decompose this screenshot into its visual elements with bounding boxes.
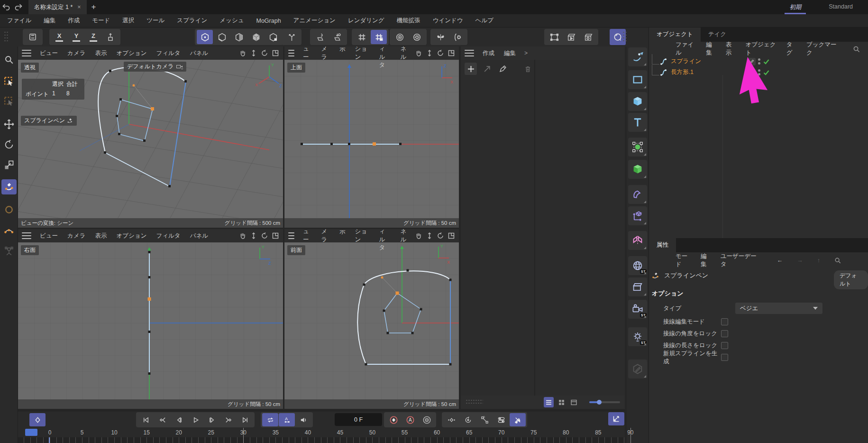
main-menu-item[interactable]: 機能拡張: [391, 17, 427, 25]
hamburger-icon[interactable]: [653, 257, 662, 264]
filter-menu-icon[interactable]: [850, 258, 860, 263]
light-object-icon[interactable]: ST: [628, 327, 647, 346]
spline-pen-tool[interactable]: [1, 179, 17, 194]
previous-frame-button[interactable]: [171, 413, 187, 426]
attribute-menu-item[interactable]: ユーザーデータ: [716, 252, 762, 268]
slider-thumb[interactable]: [597, 400, 602, 405]
new-tab-button[interactable]: +: [87, 0, 101, 14]
icon-size-slider[interactable]: [589, 401, 620, 403]
dolly-icon[interactable]: [426, 232, 433, 240]
hamburger-icon[interactable]: [465, 50, 474, 56]
viewport-front[interactable]: ビューカメラ表示オプションフィルタパネル: [284, 229, 459, 409]
timeline-playhead[interactable]: [25, 429, 37, 436]
paren-gear-icon[interactable]: [449, 30, 466, 44]
grid-view-icon[interactable]: [557, 397, 566, 407]
symmetry-object-icon[interactable]: [628, 231, 647, 250]
texture-mode-button[interactable]: [265, 30, 281, 44]
coordinate-system-icon[interactable]: [102, 30, 119, 44]
layout-tab-initial[interactable]: 初期: [786, 1, 804, 13]
selection-tool-dimmed[interactable]: [1, 94, 17, 109]
preview-range-marker[interactable]: [243, 428, 244, 443]
toggle-view-icon[interactable]: [448, 49, 455, 57]
camera-object-icon[interactable]: ST: [628, 300, 647, 319]
text-object-icon[interactable]: [628, 113, 647, 132]
hamburger-icon[interactable]: [288, 50, 294, 56]
option-checkbox[interactable]: [721, 318, 728, 325]
default-preset-button[interactable]: デフォルト: [834, 270, 868, 289]
viewport-menu-item[interactable]: カメラ: [63, 232, 90, 240]
object-manager-menu-item[interactable]: ファイル: [671, 41, 701, 57]
object-manager-menu-item[interactable]: 表示: [721, 41, 741, 57]
viewport-menu-item[interactable]: 表示: [90, 49, 111, 57]
hamburger-icon[interactable]: [653, 46, 662, 52]
menu-overflow-chevron[interactable]: >: [521, 50, 530, 56]
enabled-check-icon[interactable]: [763, 58, 770, 65]
spline-arc-tool[interactable]: [1, 223, 17, 238]
viewport-menu-item[interactable]: オプション: [350, 46, 375, 69]
toolbar-grip-right[interactable]: [622, 31, 627, 43]
viewport-menu-item[interactable]: オプション: [111, 232, 151, 240]
primitive-cube-icon[interactable]: [628, 92, 647, 111]
object-manager-menu-item[interactable]: ブックマーク: [802, 41, 842, 57]
viewport-menu-item[interactable]: フィルタ: [375, 229, 396, 252]
undo-icon[interactable]: [0, 1, 12, 13]
type-dropdown[interactable]: ベジエ: [735, 303, 822, 314]
current-frame-field[interactable]: 0 F: [335, 413, 382, 426]
viewport-menu-item[interactable]: ビュー: [35, 49, 63, 57]
toggle-view-icon[interactable]: [272, 232, 279, 240]
goto-end-button[interactable]: [237, 413, 253, 426]
viewport-menu-item[interactable]: パネル: [185, 49, 213, 57]
next-key-button[interactable]: [220, 413, 237, 426]
camera-chip[interactable]: デフォルトカメラ: [124, 62, 186, 72]
workplane-snap-icon[interactable]: [329, 30, 345, 44]
loop-playback-button[interactable]: [262, 413, 278, 426]
edit-tag-icon[interactable]: [748, 69, 756, 76]
trash-icon[interactable]: [521, 63, 534, 75]
hamburger-icon[interactable]: [288, 232, 294, 239]
render-region-icon[interactable]: [546, 30, 562, 44]
timeline-ruler[interactable]: 051015202530354045505560657075808590: [18, 428, 625, 437]
viewport-menu-item[interactable]: カメラ: [316, 46, 335, 69]
viewport-menu-item[interactable]: カメラ: [316, 229, 335, 252]
visibility-dots-icon[interactable]: [758, 58, 760, 65]
next-frame-button[interactable]: [204, 413, 220, 426]
target-circles-icon[interactable]: [392, 30, 408, 44]
edit-tag-icon[interactable]: [748, 58, 756, 65]
main-menu-item[interactable]: スプライン: [171, 17, 213, 25]
close-tab-icon[interactable]: ×: [77, 4, 81, 10]
sound-button[interactable]: [295, 413, 311, 426]
pan-hand-icon[interactable]: [239, 232, 247, 240]
record-keyframe-button[interactable]: [385, 413, 402, 426]
live-selection-tool[interactable]: [1, 74, 17, 89]
main-menu-item[interactable]: 編集: [37, 17, 62, 25]
commander-search-icon[interactable]: [1, 52, 17, 67]
tab-takes[interactable]: テイク: [701, 28, 734, 42]
save-document-button[interactable]: [25, 30, 41, 44]
list-view-icon[interactable]: [544, 397, 554, 407]
viewport-menu-item[interactable]: 表示: [335, 229, 350, 252]
edges-mode-button[interactable]: [214, 30, 230, 44]
viewport-menu-item[interactable]: フィルタ: [151, 232, 185, 240]
pan-hand-icon[interactable]: [415, 232, 422, 240]
keyframe-diamond-button[interactable]: [29, 413, 46, 426]
dolly-icon[interactable]: [250, 49, 257, 57]
timeline-tick-strip[interactable]: [18, 437, 625, 443]
position-key-button[interactable]: [443, 413, 459, 426]
right-canvas[interactable]: Y Z: [18, 242, 283, 409]
sky-object-icon[interactable]: ST: [628, 256, 647, 275]
main-menu-item[interactable]: ツール: [140, 17, 171, 25]
viewport-menu-item[interactable]: フィルタ: [375, 46, 396, 69]
circle-gear-icon[interactable]: [409, 30, 425, 44]
generator-cube-icon[interactable]: [628, 160, 647, 179]
eyedropper-pen-icon[interactable]: [497, 63, 509, 75]
goto-start-button[interactable]: [137, 413, 154, 426]
y-axis-lock-button[interactable]: Y: [68, 32, 84, 43]
play-button[interactable]: [187, 413, 203, 426]
viewport-menu-item[interactable]: パネル: [185, 232, 213, 240]
panel-grip[interactable]: [466, 399, 483, 406]
pan-hand-icon[interactable]: [239, 49, 247, 57]
viewport-menu-item[interactable]: パネル: [395, 229, 414, 252]
viewport-top[interactable]: ビューカメラ表示オプションフィルタパネル Z: [284, 46, 459, 228]
tab-objects[interactable]: オブジェクト: [649, 28, 701, 42]
main-menu-item[interactable]: アニメーション: [287, 17, 342, 25]
